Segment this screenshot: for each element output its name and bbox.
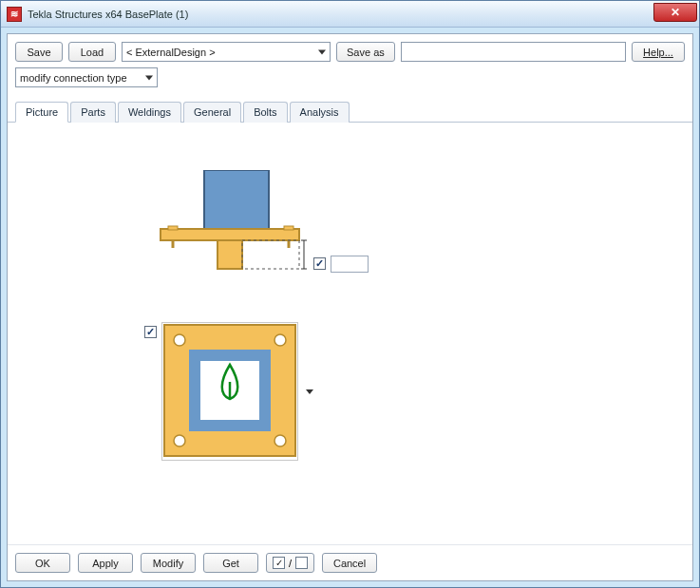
top-toolbar: Save Load < ExternalDesign > Save as Hel… (8, 34, 692, 66)
get-button[interactable]: Get (203, 553, 258, 573)
filter-toggle[interactable]: ✓ / (266, 553, 314, 573)
plate-shape-check[interactable]: ✓ (144, 326, 157, 338)
toggle-on-icon: ✓ (273, 557, 285, 569)
save-as-button[interactable]: Save as (336, 42, 395, 62)
plate-shape-preview (161, 322, 298, 461)
help-button[interactable]: Help... (632, 42, 685, 62)
tab-bolts[interactable]: Bolts (243, 102, 287, 123)
window-title: Tekla Structures x64 BasePlate (1) (28, 8, 653, 20)
svg-point-10 (274, 334, 286, 346)
tab-content-picture: ✓ ✓ (8, 123, 692, 544)
svg-rect-3 (284, 226, 293, 230)
tab-analysis[interactable]: Analysis (290, 102, 350, 123)
save-button[interactable]: Save (15, 42, 63, 62)
second-toolbar-row: modify connection type (8, 66, 692, 95)
svg-point-9 (174, 334, 185, 346)
saveas-name-input[interactable] (401, 42, 626, 62)
svg-rect-2 (168, 226, 178, 230)
modify-type-value: modify connection type (20, 72, 127, 84)
chevron-down-icon (318, 49, 326, 54)
svg-rect-7 (242, 240, 299, 269)
svg-rect-0 (204, 170, 269, 229)
tab-general[interactable]: General (183, 102, 241, 123)
load-button[interactable]: Load (68, 42, 116, 62)
elevation-drawing (155, 170, 307, 284)
design-combo[interactable]: < ExternalDesign > (122, 42, 331, 62)
plate-shape-dropdown[interactable] (306, 385, 313, 396)
chevron-down-icon (306, 389, 313, 394)
modify-type-combo[interactable]: modify connection type (15, 67, 158, 87)
app-icon: ≋ (7, 7, 22, 22)
tab-picture[interactable]: Picture (15, 102, 68, 123)
tab-parts[interactable]: Parts (70, 102, 116, 123)
bottom-toolbar: OK Apply Modify Get ✓ / Cancel (8, 544, 692, 580)
toggle-off-icon (295, 557, 308, 569)
grout-thickness-check[interactable]: ✓ (313, 257, 326, 270)
grout-thickness-input[interactable] (331, 256, 369, 273)
chevron-down-icon (145, 75, 153, 80)
svg-rect-1 (161, 229, 299, 240)
modify-button[interactable]: Modify (141, 553, 196, 573)
cancel-button[interactable]: Cancel (322, 553, 377, 573)
apply-button[interactable]: Apply (78, 553, 133, 573)
svg-rect-6 (218, 240, 242, 269)
dialog-window: ≋ Tekla Structures x64 BasePlate (1) ✕ S… (0, 0, 700, 588)
dialog-body: Save Load < ExternalDesign > Save as Hel… (7, 33, 693, 581)
svg-point-12 (274, 435, 286, 446)
design-combo-value: < ExternalDesign > (126, 47, 216, 58)
close-button[interactable]: ✕ (653, 3, 697, 22)
ok-button[interactable]: OK (15, 553, 70, 573)
toggle-separator: / (289, 558, 292, 569)
tab-strip: Picture Parts Weldings General Bolts Ana… (8, 101, 692, 123)
svg-point-11 (174, 435, 185, 446)
titlebar: ≋ Tekla Structures x64 BasePlate (1) ✕ (1, 1, 699, 28)
tab-weldings[interactable]: Weldings (118, 102, 181, 123)
plan-drawing (162, 323, 297, 458)
